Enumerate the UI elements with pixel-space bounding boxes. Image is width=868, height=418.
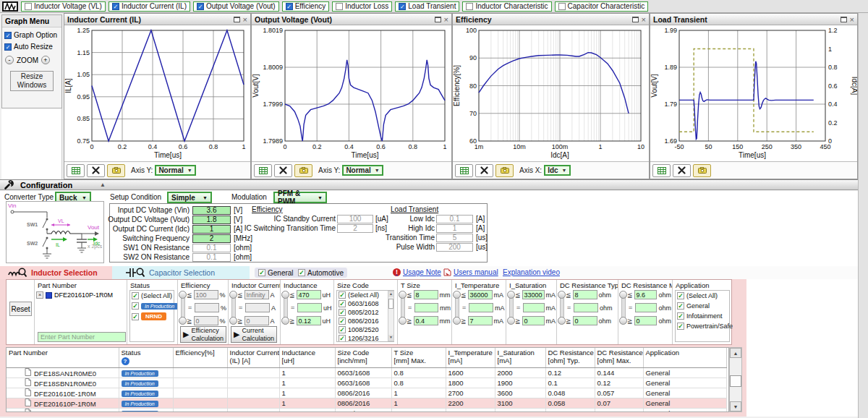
filter-input[interactable] [245, 303, 270, 312]
export-data-button[interactable] [67, 164, 85, 177]
close-icon[interactable]: × [850, 16, 854, 23]
table-scrollbar[interactable]: ▲ ▼ [729, 347, 742, 412]
size-code-option-1206-3216[interactable]: ✓1206/3216 [337, 334, 393, 342]
plot-toggle-inductor-voltage-vl[interactable]: Inductor Voltage (VL) [21, 1, 106, 12]
range-slider-min-handle[interactable] [507, 317, 515, 325]
range-slider-min-handle[interactable] [558, 317, 566, 325]
filter-input[interactable]: 33000 [522, 290, 545, 299]
column-header-dc-resistance-ohm-typ[interactable]: DC Resistance[ohm] Typ. [545, 348, 595, 367]
param-value-high-idc[interactable]: 1 [436, 224, 473, 233]
column-header-application[interactable]: Application [643, 348, 726, 367]
maximize-icon[interactable] [435, 17, 441, 22]
table-row[interactable]: DFE201610E-1R0MIn Production10806/201612… [7, 388, 726, 398]
collapse-arrow-icon[interactable]: ▲ [100, 182, 106, 188]
zoom-out-button[interactable]: - [5, 56, 14, 64]
chart-title-bar[interactable]: Inductor Current (IL)× [64, 14, 250, 25]
column-header-part-number[interactable]: Part Number [7, 348, 119, 367]
scroll-down-icon[interactable]: ▼ [730, 401, 741, 411]
size-code-option-select-all[interactable]: ✓(Select All) [337, 291, 393, 299]
range-slider-min-handle[interactable] [229, 317, 237, 325]
filter-input[interactable] [635, 303, 657, 312]
param-value-sw1-on-resistance[interactable]: 0.1 [192, 244, 231, 252]
remove-part-icon[interactable]: × [36, 291, 43, 299]
plot-toggle-inductor-characteristic[interactable]: Inductor Characteristic [462, 1, 551, 12]
filter-input[interactable]: 7 [468, 316, 493, 325]
filter-input[interactable] [414, 303, 438, 312]
range-slider-min-handle[interactable] [179, 317, 187, 325]
users-manual-link[interactable]: Users manual [443, 268, 498, 276]
param-value-switching-frequency[interactable]: 2 [192, 234, 231, 243]
column-header-inductor-current-il-a[interactable]: Inductor Current(IL) [A] [227, 348, 279, 367]
efficiency-calculation-button[interactable]: ▶EfficiencyCalculation [180, 326, 226, 343]
current-calculation-button[interactable]: ▶CurrentCalculation [231, 326, 277, 343]
table-row[interactable]: 1286AS-H-1R0MIn Production1.20806/20161.… [7, 408, 726, 412]
filter-input[interactable]: 9.6 [634, 290, 658, 299]
application-option-powertrain-safety[interactable]: ✓Powertrain/Safety [676, 321, 729, 331]
filter-input[interactable]: 0.12 [297, 316, 321, 325]
table-row[interactable]: DFE18SBN1R0ME0In Production10603/16080.8… [7, 378, 726, 388]
graph-settings-button[interactable] [87, 164, 105, 177]
filter-input[interactable] [523, 303, 545, 312]
filter-input[interactable]: 0.4 [414, 316, 438, 325]
range-slider-max-handle[interactable] [229, 291, 237, 299]
graph-settings-button[interactable] [274, 164, 292, 177]
column-header-t-size-mm-max[interactable]: T Size[mm] Max. [391, 348, 446, 367]
graph-menu-option-graph-option[interactable]: ✓Graph Option [2, 27, 61, 39]
param-value-input-dc-voltage-vin[interactable]: 3.6 [192, 206, 231, 215]
param-value-pulse-width[interactable]: 200 [436, 243, 473, 252]
param-value-low-idc[interactable]: 0.1 [436, 215, 473, 223]
table-row-selected[interactable]: DFE201610P-1R0MIn Production10806/201612… [7, 398, 726, 408]
status-option-select-all[interactable]: ✓(Select All) [130, 291, 174, 301]
snapshot-button[interactable] [107, 164, 125, 177]
size-code-option-1008-2520[interactable]: ✓1008/2520 [337, 325, 393, 334]
maximize-icon[interactable] [234, 17, 240, 22]
range-slider-min-handle[interactable] [281, 317, 289, 325]
filter-input[interactable]: Infinity [244, 290, 269, 299]
param-value-transition-time[interactable]: 5 [436, 234, 473, 242]
column-header-inductance-uh[interactable]: Inductance[uH] [279, 348, 335, 367]
size-code-option-0603-1608[interactable]: ✓0603/1608 [337, 299, 393, 308]
axis-select[interactable]: Normal▼ [155, 165, 195, 176]
snapshot-button[interactable] [495, 164, 514, 177]
selected-part-chip[interactable]: ×DFE201610P-1R0M [35, 289, 127, 299]
plot-toggle-inductor-loss[interactable]: Inductor Loss [332, 1, 392, 12]
explanation-video-link[interactable]: Explanation video [503, 268, 560, 276]
column-header-i-temperature-ma[interactable]: I_Temperature[mA] [446, 348, 495, 367]
chart-title-bar[interactable]: Load Transient× [650, 14, 857, 25]
filter-input[interactable]: 0 [244, 316, 269, 325]
graph-menu-option-auto-resize[interactable]: ✓Auto Resize [2, 39, 61, 51]
param-value-sw2-on-resistance[interactable]: 0.1 [192, 253, 231, 262]
filter-input[interactable]: 0 [634, 316, 658, 325]
scroll-up-icon[interactable]: ▲ [730, 348, 741, 358]
size-code-option-0806-2016[interactable]: ✓0806/2016 [337, 317, 393, 325]
column-header-status[interactable]: Status? [119, 348, 173, 367]
maximize-icon[interactable] [841, 17, 847, 22]
range-slider-max-handle[interactable] [619, 291, 627, 299]
configuration-header[interactable]: Configuration ▲ [0, 179, 858, 190]
zoom-in-button[interactable]: + [41, 56, 50, 64]
range-slider-min-handle[interactable] [453, 317, 461, 325]
size-code-option-0805-2012[interactable]: ✓0805/2012 [337, 308, 393, 317]
chart-title-bar[interactable]: Efficiency× [453, 14, 649, 25]
range-slider-min-handle[interactable] [399, 317, 407, 325]
vertical-scrollbar[interactable] [858, 13, 868, 418]
tab-inductor-selection[interactable]: Inductor Selection [0, 266, 112, 279]
filter-input[interactable]: 8 [414, 290, 438, 299]
plot-toggle-load-transient[interactable]: ✓Load Transient [395, 1, 459, 12]
plot-toggle-capacitor-characteristic[interactable]: Capacitor Characteristic [555, 1, 649, 12]
axis-select[interactable]: Normal▼ [342, 165, 383, 176]
range-slider-max-handle[interactable] [507, 291, 515, 299]
filter-input[interactable]: 470 [297, 290, 321, 299]
filter-input[interactable] [297, 303, 322, 312]
column-header-i-saturation-ma[interactable]: I_Saturation[mA] [495, 348, 545, 367]
modulation-select[interactable]: PFM & PWM▼ [273, 192, 327, 203]
status-option-nrnd[interactable]: ✓NRND [130, 311, 174, 322]
column-header-efficiency[interactable]: Efficiency[%] [173, 348, 227, 367]
plot-toggle-output-voltage-vout[interactable]: ✓Output Voltage (Vout) [193, 1, 279, 12]
range-slider-max-handle[interactable] [281, 291, 289, 299]
close-icon[interactable]: × [642, 16, 646, 23]
status-option-in-production[interactable]: ✓In Production [130, 301, 174, 311]
range-slider-max-handle[interactable] [179, 291, 187, 299]
range-slider-max-handle[interactable] [399, 291, 407, 299]
part-number-input[interactable]: Enter Part Number [38, 332, 126, 342]
